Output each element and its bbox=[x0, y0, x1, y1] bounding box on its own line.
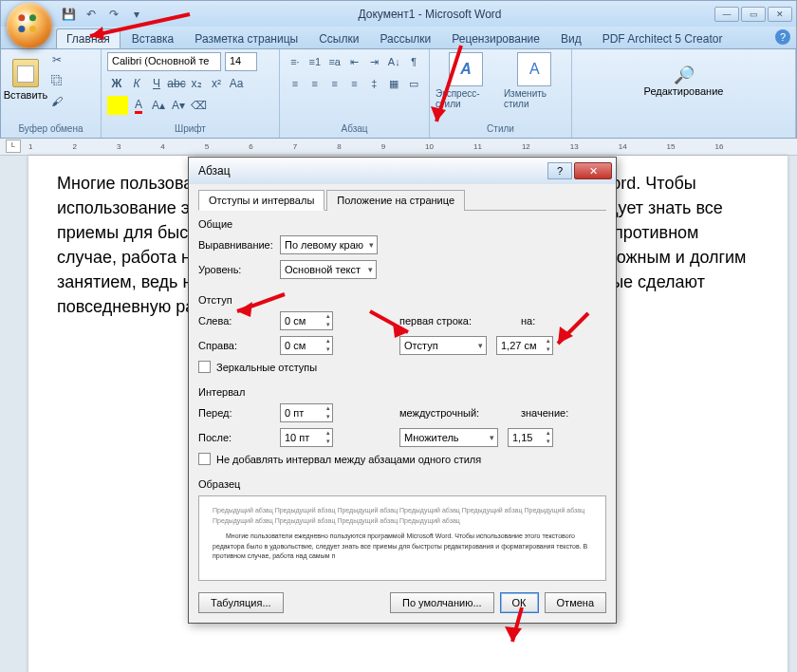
dialog-title: Абзац bbox=[198, 164, 231, 177]
nospace-check[interactable]: Не добавлять интервал между абзацами одн… bbox=[198, 453, 606, 465]
space-before-spin[interactable]: 0 пт bbox=[280, 403, 333, 422]
indent-by-spin[interactable]: 1,27 см bbox=[496, 336, 553, 355]
window-controls: — ▭ ✕ bbox=[714, 7, 792, 22]
font-size-combo[interactable]: 14 bbox=[225, 52, 257, 71]
find-icon[interactable]: 🔎 bbox=[674, 65, 695, 85]
strike-button[interactable]: abc bbox=[167, 74, 186, 93]
space-after-spin[interactable]: 10 пт bbox=[280, 428, 333, 447]
bullets-button[interactable]: ≡· bbox=[286, 52, 305, 71]
justify-button[interactable]: ≡ bbox=[345, 74, 364, 93]
indent-right-spin[interactable]: 0 см bbox=[280, 336, 333, 355]
undo-icon[interactable]: ↶ bbox=[83, 6, 100, 23]
shading-button[interactable]: ▦ bbox=[384, 74, 403, 93]
editing-label[interactable]: Редактирование bbox=[644, 85, 724, 97]
section-general: Общие bbox=[198, 218, 606, 230]
spacing-at-spin[interactable]: 1,15 bbox=[508, 428, 553, 447]
change-styles-button[interactable]: A Изменить стили bbox=[504, 52, 565, 109]
paste-icon bbox=[12, 59, 39, 87]
tab-home[interactable]: Главная bbox=[56, 28, 120, 48]
borders-button[interactable]: ▭ bbox=[404, 74, 423, 93]
multilevel-button[interactable]: ≡a bbox=[325, 52, 344, 71]
line-spacing-button[interactable]: ‡ bbox=[364, 74, 383, 93]
level-combo[interactable]: Основной текст bbox=[280, 260, 377, 279]
grow-font-button[interactable]: A▴ bbox=[149, 96, 168, 115]
paste-button[interactable]: Вставить bbox=[7, 52, 45, 107]
sort-button[interactable]: A↓ bbox=[384, 52, 403, 71]
ruler[interactable]: L 12345678910111213141516 bbox=[0, 139, 797, 156]
tab-review[interactable]: Рецензирование bbox=[442, 29, 549, 48]
qat-dropdown-icon[interactable]: ▾ bbox=[128, 6, 145, 23]
show-marks-button[interactable]: ¶ bbox=[404, 52, 423, 71]
format-painter-icon[interactable]: 🖌 bbox=[48, 94, 65, 109]
align-left-button[interactable]: ≡ bbox=[286, 74, 305, 93]
align-combo[interactable]: По левому краю bbox=[280, 235, 378, 254]
cut-icon[interactable]: ✂ bbox=[48, 52, 65, 67]
group-font-label: Шрифт bbox=[107, 123, 273, 135]
indent-by-label: на: bbox=[521, 315, 535, 327]
tab-references[interactable]: Ссылки bbox=[309, 29, 368, 48]
copy-icon[interactable]: ⿻ bbox=[48, 73, 65, 88]
tab-layout[interactable]: Разметка страницы bbox=[185, 29, 307, 48]
space-after-label: После: bbox=[198, 432, 280, 443]
group-editing: 🔎 Редактирование bbox=[572, 49, 796, 138]
ribbon-tabs: Главная Вставка Разметка страницы Ссылки… bbox=[0, 27, 797, 49]
underline-button[interactable]: Ч bbox=[147, 74, 166, 93]
svg-point-3 bbox=[29, 26, 36, 32]
group-paragraph: ≡· ≡1 ≡a ⇤ ⇥ A↓ ¶ ≡ ≡ ≡ ≡ ‡ ▦ ▭ Абзац bbox=[280, 49, 430, 138]
maximize-button[interactable]: ▭ bbox=[741, 7, 766, 22]
superscript-button[interactable]: x² bbox=[207, 74, 226, 93]
paste-label: Вставить bbox=[4, 89, 48, 101]
tab-mailings[interactable]: Рассылки bbox=[370, 29, 440, 48]
spacing-at-label: значение: bbox=[521, 407, 568, 419]
indent-left-label: Слева: bbox=[198, 315, 280, 327]
italic-button[interactable]: К bbox=[127, 74, 146, 93]
cancel-button[interactable]: Отмена bbox=[545, 592, 606, 613]
subscript-button[interactable]: x₂ bbox=[187, 74, 206, 93]
dialog-close-button[interactable]: ✕ bbox=[574, 162, 612, 179]
section-preview: Образец bbox=[198, 478, 606, 490]
mirror-indents-check[interactable]: Зеркальные отступы bbox=[198, 361, 606, 373]
quick-styles-button[interactable]: A Экспресс-стили bbox=[436, 52, 496, 109]
space-before-label: Перед: bbox=[198, 407, 280, 419]
numbering-button[interactable]: ≡1 bbox=[306, 52, 324, 71]
office-button[interactable] bbox=[7, 3, 52, 48]
first-line-combo[interactable]: Отступ bbox=[399, 336, 487, 355]
align-right-button[interactable]: ≡ bbox=[325, 74, 344, 93]
ok-button[interactable]: ОК bbox=[500, 592, 539, 613]
titlebar: 💾 ↶ ↷ ▾ Документ1 - Microsoft Word — ▭ ✕ bbox=[0, 0, 797, 27]
redo-icon[interactable]: ↷ bbox=[105, 6, 122, 23]
save-icon[interactable]: 💾 bbox=[60, 6, 77, 23]
tab-pdf[interactable]: PDF Architect 5 Creator bbox=[593, 29, 732, 48]
font-color-button[interactable]: A bbox=[129, 96, 148, 115]
indent-left-spin[interactable]: 0 см bbox=[280, 311, 333, 330]
shrink-font-button[interactable]: A▾ bbox=[169, 96, 188, 115]
tabs-button[interactable]: Табуляция... bbox=[198, 592, 284, 613]
default-button[interactable]: По умолчанию... bbox=[390, 592, 494, 613]
checkbox-icon bbox=[198, 361, 211, 373]
decrease-indent-button[interactable]: ⇤ bbox=[345, 52, 364, 71]
bold-button[interactable]: Ж bbox=[107, 74, 126, 93]
line-spacing-combo[interactable]: Множитель bbox=[399, 428, 498, 447]
align-label: Выравнивание: bbox=[198, 239, 280, 251]
tab-indents[interactable]: Отступы и интервалы bbox=[198, 190, 324, 211]
highlight-button[interactable] bbox=[107, 96, 128, 115]
group-styles-label: Стили bbox=[436, 123, 565, 135]
quick-access-toolbar: 💾 ↶ ↷ ▾ bbox=[60, 6, 145, 23]
tab-view[interactable]: Вид bbox=[551, 29, 591, 48]
change-case-button[interactable]: Aa bbox=[227, 74, 246, 93]
dialog-titlebar[interactable]: Абзац ? ✕ bbox=[189, 158, 616, 184]
increase-indent-button[interactable]: ⇥ bbox=[364, 52, 383, 71]
clear-format-button[interactable]: ⌫ bbox=[189, 96, 208, 115]
minimize-button[interactable]: — bbox=[714, 7, 739, 22]
window-title: Документ1 - Microsoft Word bbox=[145, 8, 714, 21]
align-center-button[interactable]: ≡ bbox=[306, 74, 324, 93]
tab-insert[interactable]: Вставка bbox=[122, 29, 184, 48]
change-styles-icon: A bbox=[517, 52, 551, 86]
ruler-corner: L bbox=[6, 140, 21, 153]
help-icon[interactable]: ? bbox=[775, 29, 790, 45]
close-button[interactable]: ✕ bbox=[768, 7, 792, 22]
tab-pageflow[interactable]: Положение на странице bbox=[326, 190, 465, 211]
dialog-help-button[interactable]: ? bbox=[547, 162, 572, 179]
svg-point-2 bbox=[18, 26, 25, 32]
font-name-combo[interactable]: Calibri (Основной те bbox=[107, 52, 221, 71]
